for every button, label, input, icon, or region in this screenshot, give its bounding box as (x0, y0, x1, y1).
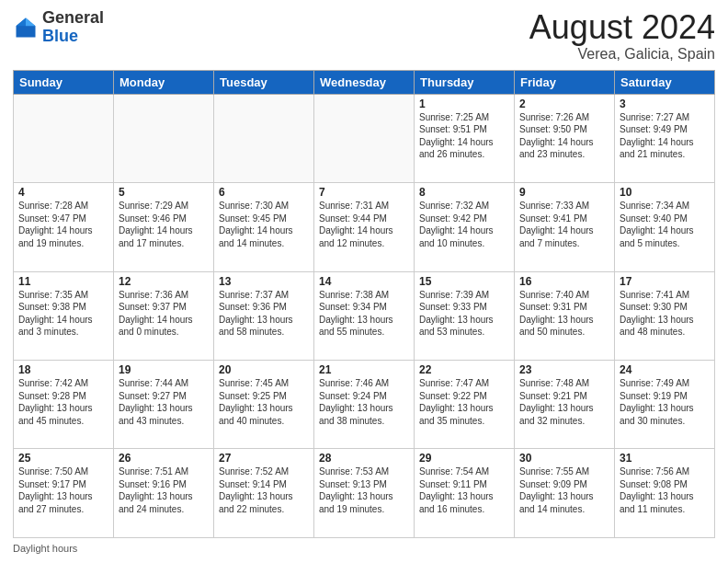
day-number: 14 (319, 275, 409, 288)
calendar-cell (114, 94, 214, 182)
day-number: 23 (519, 363, 609, 376)
day-number: 2 (519, 98, 609, 110)
day-number: 11 (18, 275, 108, 288)
day-info: Sunrise: 7:45 AM Sunset: 9:25 PM Dayligh… (219, 377, 309, 427)
day-info: Sunrise: 7:47 AM Sunset: 9:22 PM Dayligh… (419, 377, 509, 427)
col-sunday: Sunday (14, 70, 114, 94)
day-number: 10 (620, 186, 710, 199)
day-info: Sunrise: 7:26 AM Sunset: 9:50 PM Dayligh… (519, 111, 609, 161)
day-number: 9 (519, 186, 609, 199)
day-number: 8 (419, 186, 509, 199)
calendar-cell: 10Sunrise: 7:34 AM Sunset: 9:40 PM Dayli… (615, 183, 715, 271)
day-info: Sunrise: 7:42 AM Sunset: 9:28 PM Dayligh… (18, 377, 108, 427)
calendar-cell: 21Sunrise: 7:46 AM Sunset: 9:24 PM Dayli… (314, 361, 415, 449)
day-number: 30 (519, 452, 609, 465)
calendar-cell: 2Sunrise: 7:26 AM Sunset: 9:50 PM Daylig… (515, 94, 615, 182)
day-info: Sunrise: 7:36 AM Sunset: 9:37 PM Dayligh… (119, 289, 209, 339)
calendar-cell: 22Sunrise: 7:47 AM Sunset: 9:22 PM Dayli… (415, 361, 515, 449)
day-number: 1 (419, 98, 509, 110)
day-number: 24 (620, 363, 710, 376)
day-info: Sunrise: 7:32 AM Sunset: 9:42 PM Dayligh… (419, 200, 509, 249)
col-thursday: Thursday (415, 70, 515, 94)
day-number: 31 (620, 452, 710, 465)
col-wednesday: Wednesday (314, 70, 415, 94)
calendar-cell: 8Sunrise: 7:32 AM Sunset: 9:42 PM Daylig… (415, 183, 515, 271)
calendar-cell: 30Sunrise: 7:55 AM Sunset: 9:09 PM Dayli… (515, 449, 615, 538)
calendar-cell (314, 94, 415, 182)
day-info: Sunrise: 7:31 AM Sunset: 9:44 PM Dayligh… (319, 200, 409, 249)
day-info: Sunrise: 7:48 AM Sunset: 9:21 PM Dayligh… (519, 377, 609, 427)
calendar-cell: 9Sunrise: 7:33 AM Sunset: 9:41 PM Daylig… (515, 183, 615, 271)
month-title: August 2024 (529, 9, 715, 46)
calendar-cell: 15Sunrise: 7:39 AM Sunset: 9:33 PM Dayli… (415, 271, 515, 360)
day-info: Sunrise: 7:51 AM Sunset: 9:16 PM Dayligh… (119, 465, 209, 515)
day-info: Sunrise: 7:41 AM Sunset: 9:30 PM Dayligh… (620, 289, 710, 339)
day-number: 12 (119, 275, 209, 288)
col-monday: Monday (114, 70, 214, 94)
calendar-week-0: 1Sunrise: 7:25 AM Sunset: 9:51 PM Daylig… (14, 94, 715, 182)
calendar-cell: 5Sunrise: 7:29 AM Sunset: 9:46 PM Daylig… (114, 183, 214, 271)
calendar-cell: 11Sunrise: 7:35 AM Sunset: 9:38 PM Dayli… (14, 271, 114, 360)
day-info: Sunrise: 7:46 AM Sunset: 9:24 PM Dayligh… (319, 377, 409, 427)
day-number: 6 (219, 186, 309, 199)
calendar-cell: 17Sunrise: 7:41 AM Sunset: 9:30 PM Dayli… (615, 271, 715, 360)
col-saturday: Saturday (615, 70, 715, 94)
day-number: 3 (620, 98, 710, 110)
calendar-cell (14, 94, 114, 182)
calendar-cell: 20Sunrise: 7:45 AM Sunset: 9:25 PM Dayli… (214, 361, 314, 449)
calendar-cell: 19Sunrise: 7:44 AM Sunset: 9:27 PM Dayli… (114, 361, 214, 449)
calendar-cell: 24Sunrise: 7:49 AM Sunset: 9:19 PM Dayli… (615, 361, 715, 449)
day-info: Sunrise: 7:34 AM Sunset: 9:40 PM Dayligh… (620, 200, 710, 249)
calendar-cell: 23Sunrise: 7:48 AM Sunset: 9:21 PM Dayli… (515, 361, 615, 449)
day-number: 16 (519, 275, 609, 288)
footer: Daylight hours (13, 543, 715, 554)
day-number: 26 (119, 452, 209, 465)
calendar-cell: 13Sunrise: 7:37 AM Sunset: 9:36 PM Dayli… (214, 271, 314, 360)
calendar-cell: 31Sunrise: 7:56 AM Sunset: 9:08 PM Dayli… (615, 449, 715, 538)
day-info: Sunrise: 7:35 AM Sunset: 9:38 PM Dayligh… (18, 289, 108, 339)
col-tuesday: Tuesday (214, 70, 314, 94)
day-number: 17 (620, 275, 710, 288)
calendar-week-2: 11Sunrise: 7:35 AM Sunset: 9:38 PM Dayli… (14, 271, 715, 360)
calendar-cell: 18Sunrise: 7:42 AM Sunset: 9:28 PM Dayli… (14, 361, 114, 449)
logo-blue-text: Blue (42, 27, 78, 45)
day-info: Sunrise: 7:50 AM Sunset: 9:17 PM Dayligh… (18, 465, 108, 515)
day-info: Sunrise: 7:39 AM Sunset: 9:33 PM Dayligh… (419, 289, 509, 339)
calendar-cell: 12Sunrise: 7:36 AM Sunset: 9:37 PM Dayli… (114, 271, 214, 360)
calendar-cell: 6Sunrise: 7:30 AM Sunset: 9:45 PM Daylig… (214, 183, 314, 271)
day-number: 25 (18, 452, 108, 465)
day-number: 28 (319, 452, 409, 465)
day-number: 4 (18, 186, 108, 199)
title-block: August 2024 Verea, Galicia, Spain (529, 9, 715, 63)
logo-icon (13, 15, 39, 40)
calendar-cell: 16Sunrise: 7:40 AM Sunset: 9:31 PM Dayli… (515, 271, 615, 360)
calendar-week-4: 25Sunrise: 7:50 AM Sunset: 9:17 PM Dayli… (14, 449, 715, 538)
day-info: Sunrise: 7:40 AM Sunset: 9:31 PM Dayligh… (519, 289, 609, 339)
day-info: Sunrise: 7:54 AM Sunset: 9:11 PM Dayligh… (419, 465, 509, 515)
col-friday: Friday (515, 70, 615, 94)
calendar-cell: 29Sunrise: 7:54 AM Sunset: 9:11 PM Dayli… (415, 449, 515, 538)
calendar-week-3: 18Sunrise: 7:42 AM Sunset: 9:28 PM Dayli… (14, 361, 715, 449)
daylight-label: Daylight hours (13, 543, 77, 554)
svg-marker-2 (17, 17, 27, 26)
logo-general-text: General (42, 8, 104, 27)
svg-marker-1 (26, 17, 36, 26)
day-number: 21 (319, 363, 409, 376)
calendar-cell: 1Sunrise: 7:25 AM Sunset: 9:51 PM Daylig… (415, 94, 515, 182)
day-number: 13 (219, 275, 309, 288)
day-info: Sunrise: 7:49 AM Sunset: 9:19 PM Dayligh… (620, 377, 710, 427)
day-info: Sunrise: 7:55 AM Sunset: 9:09 PM Dayligh… (519, 465, 609, 515)
calendar-cell: 28Sunrise: 7:53 AM Sunset: 9:13 PM Dayli… (314, 449, 415, 538)
day-number: 7 (319, 186, 409, 199)
header-row: Sunday Monday Tuesday Wednesday Thursday… (14, 70, 715, 94)
calendar-cell: 25Sunrise: 7:50 AM Sunset: 9:17 PM Dayli… (14, 449, 114, 538)
calendar-cell (214, 94, 314, 182)
day-number: 15 (419, 275, 509, 288)
day-number: 20 (219, 363, 309, 376)
logo: General Blue (13, 9, 104, 46)
calendar-cell: 7Sunrise: 7:31 AM Sunset: 9:44 PM Daylig… (314, 183, 415, 271)
calendar-cell: 14Sunrise: 7:38 AM Sunset: 9:34 PM Dayli… (314, 271, 415, 360)
calendar-cell: 3Sunrise: 7:27 AM Sunset: 9:49 PM Daylig… (615, 94, 715, 182)
day-info: Sunrise: 7:53 AM Sunset: 9:13 PM Dayligh… (319, 465, 409, 515)
calendar-table: Sunday Monday Tuesday Wednesday Thursday… (13, 70, 715, 538)
